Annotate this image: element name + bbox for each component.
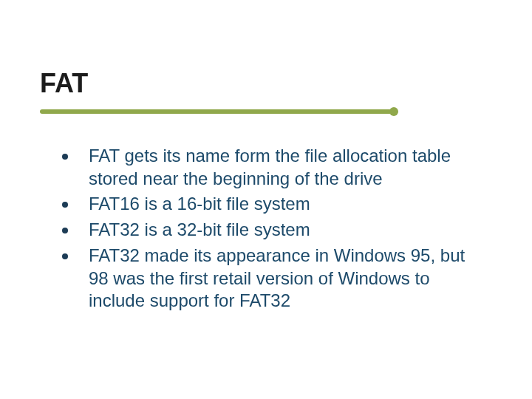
bullet-icon — [62, 253, 68, 259]
title-underline — [40, 109, 396, 120]
bullet-icon — [62, 154, 68, 160]
slide-body: FAT gets its name form the file allocati… — [62, 145, 483, 316]
slide-title: FAT — [40, 68, 88, 99]
bullet-icon — [62, 228, 68, 233]
list-item-text: FAT16 is a 16-bit file system — [89, 193, 483, 216]
list-item: FAT gets its name form the file allocati… — [62, 145, 483, 190]
slide: FAT FAT gets its name form the file allo… — [0, 0, 532, 399]
list-item-text: FAT32 made its appearance in Windows 95,… — [89, 245, 483, 313]
list-item-text: FAT32 is a 32-bit file system — [89, 219, 483, 242]
list-item: FAT32 made its appearance in Windows 95,… — [62, 245, 483, 313]
list-item: FAT16 is a 16-bit file system — [62, 193, 483, 216]
list-item: FAT32 is a 32-bit file system — [62, 219, 483, 242]
bullet-icon — [62, 202, 68, 208]
list-item-text: FAT gets its name form the file allocati… — [89, 145, 483, 190]
